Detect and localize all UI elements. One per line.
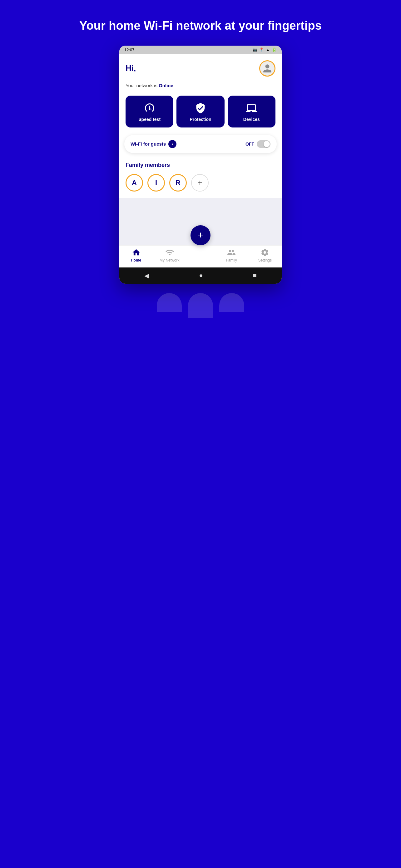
- nav-home-label: Home: [131, 258, 141, 262]
- bottom-nav: Home My Network Family Settings: [119, 245, 282, 268]
- family-member-r[interactable]: R: [169, 174, 187, 191]
- family-title: Family members: [126, 162, 275, 168]
- nav-center-spacer: [191, 262, 210, 263]
- protection-label: Protection: [190, 117, 211, 122]
- feature-cards: Speed test Protection Devices: [126, 96, 275, 127]
- family-section: Family members A I R +: [126, 162, 275, 198]
- camera-icon: 📷: [253, 48, 257, 52]
- fab-button[interactable]: +: [191, 225, 210, 245]
- phone-frame: 12:07 📷 📍 ▲ 🔋 Hi, Your network is Online: [119, 45, 282, 284]
- speedometer-icon: [144, 102, 155, 114]
- nav-family-label: Family: [226, 258, 237, 262]
- nav-settings[interactable]: Settings: [252, 248, 277, 263]
- nav-my-network[interactable]: My Network: [157, 248, 182, 263]
- avatar-icon: [262, 63, 272, 73]
- family-avatars: A I R +: [126, 174, 275, 191]
- home-button[interactable]: ●: [199, 272, 203, 279]
- guest-wifi-chevron[interactable]: ›: [168, 140, 176, 148]
- shield-icon: [195, 102, 206, 114]
- fab-area: +: [119, 225, 282, 245]
- nav-home[interactable]: Home: [124, 248, 149, 263]
- family-member-a[interactable]: A: [126, 174, 143, 191]
- devices-label: Devices: [243, 117, 260, 122]
- monitor-icon: [246, 102, 257, 114]
- wave-3: [219, 293, 244, 312]
- wave-2: [188, 293, 213, 318]
- protection-card[interactable]: Protection: [176, 96, 224, 127]
- family-member-i[interactable]: I: [147, 174, 165, 191]
- network-status: Your network is Online: [126, 83, 275, 88]
- android-nav-bar: ◀ ● ■: [119, 268, 282, 284]
- add-family-member-button[interactable]: +: [191, 174, 209, 191]
- guest-wifi-label: Wi-Fi for guests: [131, 141, 166, 147]
- top-bar: Hi,: [126, 60, 275, 76]
- guest-wifi-toggle-label: OFF: [245, 142, 254, 147]
- hero-title: Your home Wi‑Fi network at your fingerti…: [79, 19, 322, 33]
- guest-wifi-left: Wi-Fi for guests ›: [131, 140, 176, 148]
- recent-button[interactable]: ■: [253, 272, 257, 279]
- user-avatar[interactable]: [259, 60, 275, 76]
- speed-test-label: Speed test: [138, 117, 161, 122]
- location-icon: 📍: [259, 48, 264, 52]
- network-status-value: Online: [159, 83, 173, 88]
- network-status-text: Your network is: [126, 83, 159, 88]
- status-bar: 12:07 📷 📍 ▲ 🔋: [119, 45, 282, 54]
- guest-wifi-row[interactable]: Wi-Fi for guests › OFF: [124, 135, 277, 153]
- devices-card[interactable]: Devices: [228, 96, 275, 127]
- settings-icon: [261, 248, 269, 257]
- back-button[interactable]: ◀: [144, 272, 149, 279]
- signal-icon: ▲: [266, 48, 270, 52]
- app-content: Hi, Your network is Online Speed test: [119, 54, 282, 198]
- wave-1: [157, 293, 182, 312]
- greeting: Hi,: [126, 63, 136, 73]
- battery-icon: 🔋: [272, 48, 277, 52]
- family-icon: [227, 248, 236, 257]
- nav-my-network-label: My Network: [160, 258, 179, 262]
- speed-test-card[interactable]: Speed test: [126, 96, 173, 127]
- guest-wifi-toggle[interactable]: [257, 140, 270, 148]
- wifi-icon: [165, 248, 174, 257]
- status-time: 12:07: [124, 48, 135, 52]
- guest-wifi-right: OFF: [245, 140, 270, 148]
- status-icons: 📷 📍 ▲ 🔋: [253, 48, 277, 52]
- bottom-decor: [157, 293, 244, 318]
- nav-settings-label: Settings: [258, 258, 272, 262]
- home-icon: [132, 248, 140, 257]
- nav-family[interactable]: Family: [219, 248, 244, 263]
